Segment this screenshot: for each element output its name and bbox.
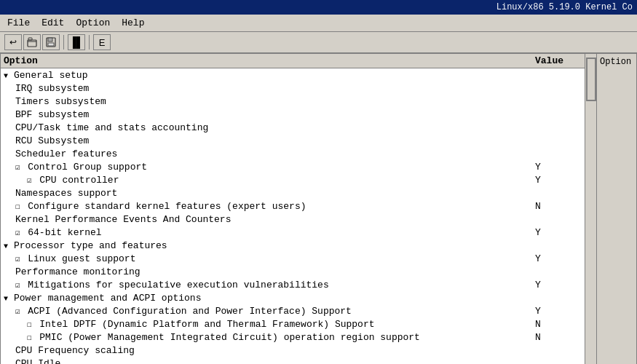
checkbox-icon[interactable]: ☑: [15, 307, 25, 316]
tree-row[interactable]: ☑ CPU controllerY: [1, 173, 596, 186]
tree-panel[interactable]: Option Value ▼ General setupIRQ subsyste…: [0, 53, 597, 364]
tree-row-label: ▼ Power management and ACPI options: [4, 293, 535, 304]
tree-row-label: ☑ ACPI (Advanced Configuration and Power…: [4, 306, 535, 317]
title-text: Linux/x86 5.19.0 Kernel Co: [496, 2, 633, 12]
tree-row-label: ▼ Processor type and features: [4, 240, 535, 251]
toolbar-separator-2: [89, 35, 90, 50]
tree-row[interactable]: ☐ PMIC (Power Management Integrated Circ…: [1, 331, 596, 344]
checkbox-icon[interactable]: ☑: [15, 163, 25, 172]
tree-row[interactable]: Timers subsystem: [1, 95, 596, 108]
open-button[interactable]: [23, 34, 41, 50]
tree-row[interactable]: BPF subsystem: [1, 108, 596, 121]
checkbox-icon[interactable]: ☐: [27, 320, 36, 329]
checkbox-icon[interactable]: ☑: [15, 255, 25, 264]
tree-row-label: RCU Subsystem: [4, 135, 535, 146]
menu-help[interactable]: Help: [119, 16, 147, 30]
checkbox-icon[interactable]: ☑: [15, 281, 25, 290]
table-header: Option Value: [1, 54, 596, 68]
tree-row-label: Timers subsystem: [4, 96, 535, 107]
tree-row[interactable]: RCU Subsystem: [1, 134, 596, 147]
right-panel-label: Option: [598, 55, 635, 68]
tree-row-label: ☐ Intel DPTF (Dynamic Platform and Therm…: [4, 319, 535, 330]
tree-row[interactable]: Kernel Performance Events And Counters: [1, 213, 596, 226]
tree-row-label: ☐ PMIC (Power Management Integrated Circ…: [4, 332, 535, 343]
scrollbar-thumb[interactable]: [586, 58, 596, 101]
title-bar: Linux/x86 5.19.0 Kernel Co: [0, 0, 637, 15]
tree-row[interactable]: ▼ Processor type and features: [1, 239, 596, 252]
svg-rect-1: [28, 38, 32, 40]
tree-row-label: ☑ Control Group support: [4, 162, 535, 173]
tree-row-label: CPU/Task time and stats accounting: [4, 122, 535, 133]
expand-arrow[interactable]: ▼: [4, 295, 12, 303]
menu-edit[interactable]: Edit: [39, 16, 67, 30]
checkbox-icon[interactable]: ☐: [27, 333, 36, 342]
scrollbar-track[interactable]: [585, 54, 596, 364]
undo-button[interactable]: ↩: [4, 34, 22, 50]
tree-row[interactable]: Scheduler features: [1, 147, 596, 160]
tree-row-label: Scheduler features: [4, 149, 535, 159]
tree-row-label: CPU Idle: [4, 358, 535, 365]
tree-row-label: Performance monitoring: [4, 266, 535, 277]
pause-button[interactable]: ▐▌: [68, 34, 85, 50]
tree-row-label: ☐ Configure standard kernel features (ex…: [4, 201, 535, 212]
tree-row[interactable]: ☑ Mitigations for speculative execution …: [1, 278, 596, 291]
tree-row-label: Kernel Performance Events And Counters: [4, 214, 535, 225]
tree-row[interactable]: ☑ Linux guest supportY: [1, 252, 596, 265]
checkbox-icon[interactable]: ☐: [15, 202, 25, 211]
exit-button[interactable]: E: [93, 34, 111, 50]
tree-row-label: ☑ CPU controller: [4, 175, 535, 186]
tree-row[interactable]: ▼ Power management and ACPI options: [1, 291, 596, 304]
tree-row[interactable]: Performance monitoring: [1, 265, 596, 278]
svg-rect-4: [48, 43, 54, 46]
tree-row[interactable]: ☑ 64-bit kernelY: [1, 226, 596, 239]
toolbar-separator-1: [63, 35, 64, 50]
tree-row-label: Namespaces support: [4, 188, 535, 199]
tree-row-label: CPU Frequency scaling: [4, 345, 535, 356]
tree-content: ▼ General setupIRQ subsystemTimers subsy…: [1, 68, 596, 364]
right-panel: Option: [597, 53, 637, 364]
tree-row[interactable]: CPU Frequency scaling: [1, 344, 596, 357]
tree-row-label: ☑ 64-bit kernel: [4, 227, 535, 238]
checkbox-icon[interactable]: ☑: [15, 229, 25, 237]
tree-row[interactable]: CPU Idle: [1, 357, 596, 364]
main-container: Option Value ▼ General setupIRQ subsyste…: [0, 53, 637, 364]
header-option: Option: [4, 55, 535, 66]
tree-row-label: ☑ Linux guest support: [4, 253, 535, 264]
menu-option[interactable]: Option: [73, 16, 113, 30]
tree-row[interactable]: ☐ Configure standard kernel features (ex…: [1, 199, 596, 213]
svg-rect-3: [48, 38, 52, 41]
tree-row[interactable]: ☑ Control Group supportY: [1, 160, 596, 173]
menu-file[interactable]: File: [4, 16, 33, 30]
tree-row[interactable]: IRQ subsystem: [1, 82, 596, 95]
tree-row-label: IRQ subsystem: [4, 83, 535, 94]
tree-row[interactable]: ▼ General setup: [1, 68, 596, 82]
tree-row[interactable]: Namespaces support: [1, 186, 596, 199]
menu-bar: FileEditOptionHelp: [0, 15, 637, 32]
expand-arrow[interactable]: ▼: [4, 242, 12, 250]
tree-row[interactable]: ☑ ACPI (Advanced Configuration and Power…: [1, 304, 596, 317]
tree-row-label: BPF subsystem: [4, 109, 535, 120]
tree-row[interactable]: ☐ Intel DPTF (Dynamic Platform and Therm…: [1, 317, 596, 331]
svg-rect-0: [28, 40, 36, 47]
toolbar: ↩ ▐▌ E: [0, 32, 637, 53]
checkbox-icon[interactable]: ☑: [27, 176, 36, 185]
tree-row-label: ▼ General setup: [4, 70, 535, 81]
tree-row-label: ☑ Mitigations for speculative execution …: [4, 280, 535, 290]
expand-arrow[interactable]: ▼: [4, 72, 12, 80]
tree-row[interactable]: CPU/Task time and stats accounting: [1, 121, 596, 134]
save-button[interactable]: [42, 34, 60, 50]
